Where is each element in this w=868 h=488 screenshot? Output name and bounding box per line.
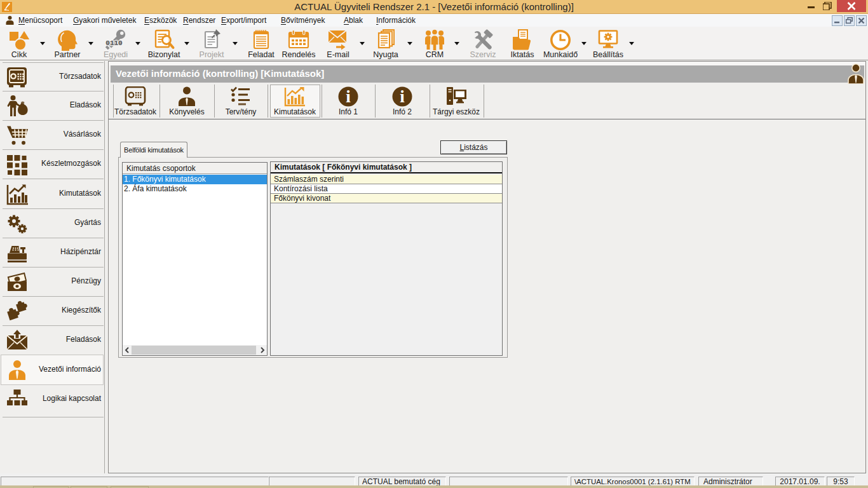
svg-text:i: i	[400, 87, 405, 106]
svg-text:0110: 0110	[105, 39, 122, 47]
svg-text:i: i	[346, 87, 351, 106]
